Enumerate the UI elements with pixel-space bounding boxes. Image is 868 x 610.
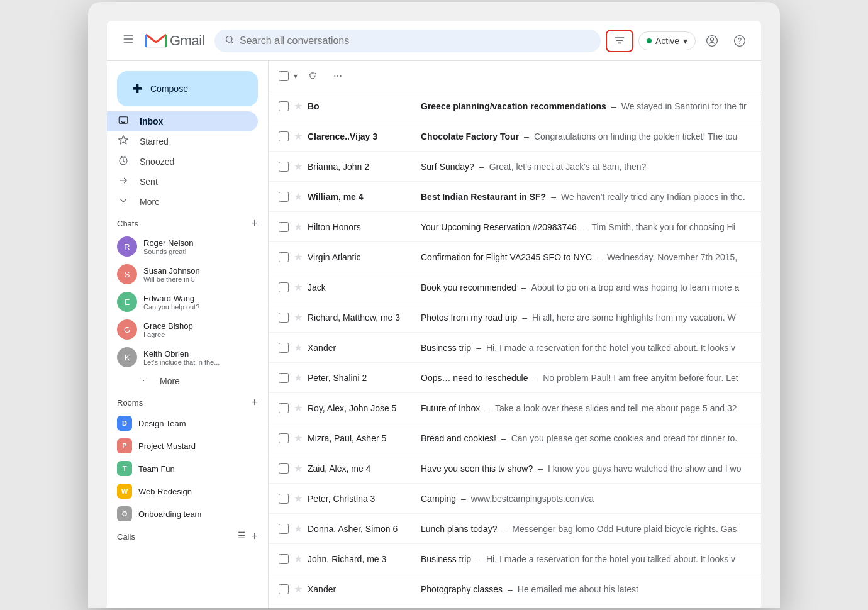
- more-options-button[interactable]: [328, 66, 348, 86]
- calls-label: Calls: [117, 532, 135, 541]
- chat-item-susan[interactable]: S Susan Johnson Will be there in 5: [107, 260, 268, 288]
- email-row[interactable]: ★ Bo Greece planning/vacation recommenda…: [269, 91, 761, 121]
- email-checkbox-2[interactable]: [279, 131, 289, 141]
- email-checkbox-16[interactable]: [279, 554, 289, 564]
- email-star-6[interactable]: ★: [294, 251, 303, 263]
- email-star-13[interactable]: ★: [294, 462, 303, 474]
- account-icon-button[interactable]: [701, 30, 723, 52]
- chat-item-edward[interactable]: E Edward Wang Can you help out?: [107, 288, 268, 316]
- email-star-12[interactable]: ★: [294, 432, 303, 444]
- email-checkbox-17[interactable]: [279, 584, 289, 594]
- email-checkbox-9[interactable]: [279, 343, 289, 353]
- room-icon-onboarding: O: [117, 506, 132, 521]
- email-row[interactable]: ★ Xander Photography classes – He emaile…: [269, 574, 761, 604]
- select-all-checkbox[interactable]: [279, 71, 289, 81]
- sidebar-item-starred[interactable]: Starred: [107, 131, 258, 152]
- email-row[interactable]: ★ Clarence..Vijay 3 Chocolate Factory To…: [269, 121, 761, 152]
- email-checkbox-1[interactable]: [279, 101, 289, 111]
- room-item-design[interactable]: D Design Team: [107, 412, 268, 435]
- chats-add-icon[interactable]: +: [251, 217, 258, 230]
- select-dropdown-chevron[interactable]: ▾: [294, 72, 298, 80]
- chats-section-label: Chats: [117, 219, 138, 228]
- email-body-10: Oops… need to reschedule – No problem Pa…: [421, 373, 751, 383]
- room-item-team[interactable]: T Team Fun: [107, 457, 268, 480]
- chats-more[interactable]: More: [107, 371, 258, 391]
- sidebar-item-snoozed[interactable]: Snoozed: [107, 152, 258, 172]
- email-checkbox-14[interactable]: [279, 494, 289, 504]
- email-checkbox-13[interactable]: [279, 463, 289, 474]
- email-row[interactable]: ★ Peter, Shalini 2 Oops… need to resched…: [269, 363, 761, 393]
- email-checkbox-7[interactable]: [279, 282, 289, 292]
- email-preview-13: I know you guys have watched the show an…: [548, 463, 741, 474]
- email-star-17[interactable]: ★: [294, 583, 303, 595]
- email-checkbox-12[interactable]: [279, 433, 289, 443]
- filter-button[interactable]: [606, 30, 633, 52]
- email-subject-14: Camping: [421, 494, 456, 504]
- menu-icon[interactable]: [117, 28, 140, 53]
- email-row[interactable]: ★ Richard, Matthew, me 3 Photos from my …: [269, 302, 761, 333]
- email-star-3[interactable]: ★: [294, 160, 303, 172]
- room-item-onboarding[interactable]: O Onboarding team: [107, 502, 268, 525]
- search-bar[interactable]: [214, 30, 601, 52]
- email-row[interactable]: ★ Roy, Alex, John Jose 5 Future of Inbox…: [269, 393, 761, 423]
- email-row[interactable]: ★ Peter, Christina 3 Camping – www.bestc…: [269, 484, 761, 514]
- calls-list-icon[interactable]: ☰: [238, 530, 246, 543]
- email-checkbox-8[interactable]: [279, 313, 289, 323]
- email-star-16[interactable]: ★: [294, 553, 303, 565]
- email-row[interactable]: ★ William, me 4 Best Indian Restaurant i…: [269, 182, 761, 212]
- chat-item-grace[interactable]: G Grace Bishop I agree: [107, 316, 268, 343]
- search-input[interactable]: [240, 35, 591, 47]
- help-icon-button[interactable]: [728, 30, 751, 52]
- email-body-2: Chocolate Factory Tour – Congratulations…: [421, 131, 751, 141]
- chat-item-keith[interactable]: K Keith Obrien Let's include that in the…: [107, 343, 268, 371]
- email-body-9: Business trip – Hi, I made a reservation…: [421, 343, 751, 353]
- room-item-web[interactable]: W Web Redesign: [107, 480, 268, 502]
- sidebar-item-sent[interactable]: Sent: [107, 172, 258, 192]
- snoozed-icon: [117, 155, 130, 169]
- email-star-5[interactable]: ★: [294, 221, 303, 233]
- email-star-7[interactable]: ★: [294, 281, 303, 293]
- email-star-4[interactable]: ★: [294, 191, 303, 202]
- email-checkbox-4[interactable]: [279, 192, 289, 202]
- chats-section-header: Chats +: [107, 212, 268, 233]
- email-star-15[interactable]: ★: [294, 523, 303, 535]
- sent-icon: [117, 175, 130, 189]
- email-row[interactable]: ★ Zaid, Alex, me 4 Have you seen this tv…: [269, 453, 761, 484]
- active-status-button[interactable]: Active ▾: [638, 31, 696, 50]
- email-star-11[interactable]: ★: [294, 402, 303, 414]
- email-sender-11: Roy, Alex, John Jose 5: [308, 403, 421, 413]
- email-row[interactable]: ★ Brianna, John 2 Surf Sunday? – Great, …: [269, 152, 761, 182]
- refresh-button[interactable]: [303, 66, 323, 86]
- chat-item-roger[interactable]: R Roger Nelson Sounds great!: [107, 233, 268, 260]
- email-star-8[interactable]: ★: [294, 311, 303, 323]
- email-sender-3: Brianna, John 2: [308, 162, 421, 172]
- email-star-10[interactable]: ★: [294, 372, 303, 384]
- email-checkbox-3[interactable]: [279, 162, 289, 172]
- email-checkbox-6[interactable]: [279, 252, 289, 262]
- email-row[interactable]: ★ Jack Book you recommended – About to g…: [269, 272, 761, 302]
- chats-more-chevron: [137, 375, 150, 387]
- email-checkbox-11[interactable]: [279, 403, 289, 413]
- email-row[interactable]: ★ Xander Business trip – Hi, I made a re…: [269, 333, 761, 363]
- email-star-14[interactable]: ★: [294, 492, 303, 504]
- email-row[interactable]: ★ Hilton Honors Your Upcoming Reservatio…: [269, 212, 761, 242]
- email-star-2[interactable]: ★: [294, 130, 303, 142]
- email-row[interactable]: ★ John, Richard, me 3 Business trip – Hi…: [269, 544, 761, 574]
- sidebar-item-inbox[interactable]: Inbox: [107, 111, 258, 131]
- compose-button[interactable]: ✚ Compose: [117, 71, 258, 106]
- email-row[interactable]: ★ Donna, Asher, Simon 6 Lunch plans toda…: [269, 514, 761, 544]
- rooms-section-header: Rooms +: [107, 391, 268, 412]
- star-icon: [117, 135, 130, 148]
- email-checkbox-10[interactable]: [279, 373, 289, 383]
- email-checkbox-15[interactable]: [279, 524, 289, 534]
- email-row[interactable]: ★ Mizra, Paul, Asher 5 Bread and cookies…: [269, 423, 761, 453]
- calls-add-icon[interactable]: +: [251, 530, 258, 543]
- email-star-1[interactable]: ★: [294, 100, 303, 112]
- email-row[interactable]: ★ Virgin Atlantic Confirmation for Fligh…: [269, 242, 761, 272]
- email-sender-14: Peter, Christina 3: [308, 494, 421, 504]
- room-item-project[interactable]: P Project Mustard: [107, 435, 268, 457]
- email-checkbox-5[interactable]: [279, 222, 289, 232]
- email-star-9[interactable]: ★: [294, 341, 303, 353]
- sidebar-item-more[interactable]: More: [107, 192, 258, 212]
- rooms-add-icon[interactable]: +: [251, 396, 258, 409]
